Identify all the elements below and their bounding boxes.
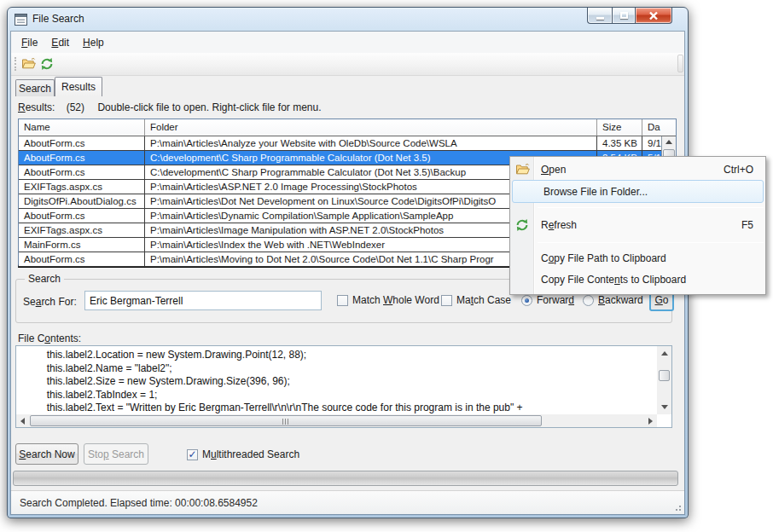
title-bar[interactable]: File Search <box>8 8 688 32</box>
groupbox-title: Search <box>25 273 64 285</box>
menu-item-browse-file-in-folder[interactable]: Browse File in Folder... <box>512 180 764 203</box>
column-header-date[interactable]: Da <box>642 119 662 136</box>
checkbox-icon <box>337 295 348 306</box>
table-row[interactable]: AboutForm.cs P:\main\Articles\Analyze yo… <box>19 136 676 151</box>
table-header: Name Folder Size Da <box>19 119 676 136</box>
column-header-folder[interactable]: Folder <box>145 119 597 136</box>
code-line: this.label2.Size = new System.Drawing.Si… <box>24 375 657 389</box>
menu-edit[interactable]: Edit <box>44 33 76 52</box>
open-folder-icon <box>21 57 36 71</box>
menu-separator <box>538 207 764 208</box>
forward-radio[interactable]: Forward <box>521 294 574 306</box>
menu-item-copy-file-contents[interactable]: Copy File Contents to Clipboard <box>510 269 765 290</box>
column-header-size[interactable]: Size <box>597 119 642 136</box>
results-count: (52) <box>67 101 84 113</box>
progress-bar <box>13 471 678 486</box>
refresh-icon <box>510 218 534 232</box>
stop-search-button[interactable]: Stop Search <box>84 443 148 465</box>
maximize-icon <box>620 12 628 19</box>
toolbar <box>11 53 684 76</box>
menu-help[interactable]: Help <box>76 33 111 52</box>
tab-strip: Search Results <box>11 76 684 96</box>
match-whole-word-checkbox[interactable]: Match Whole Word <box>337 294 439 306</box>
backward-radio[interactable]: Backward <box>583 294 643 306</box>
radio-selected-icon <box>521 295 532 306</box>
app-icon <box>15 14 27 26</box>
context-menu: Open Ctrl+O Browse File in Folder... Ref… <box>509 156 766 295</box>
scrollbar-thumb[interactable] <box>659 370 670 381</box>
menu-item-refresh[interactable]: Refresh F5 <box>510 212 765 238</box>
menu-bar: File Edit Help <box>11 32 684 53</box>
search-input[interactable] <box>84 291 322 310</box>
scroll-right-icon[interactable] <box>648 418 653 425</box>
vertical-scrollbar[interactable] <box>657 346 671 414</box>
code-line: this.label2.Name = "label2"; <box>24 362 657 376</box>
refresh-icon <box>40 57 54 71</box>
file-contents-text: this.label2.Location = new System.Drawin… <box>16 349 657 414</box>
menu-separator <box>538 242 764 243</box>
shortcut-text: Ctrl+O <box>724 164 753 176</box>
status-text: Search Completed. Elapsed time: 00:00:08… <box>20 497 258 509</box>
close-icon <box>648 11 659 20</box>
search-now-button[interactable]: Search Now <box>15 443 78 465</box>
maximize-button[interactable] <box>612 8 635 24</box>
scrollbar-thumb[interactable] <box>30 415 542 426</box>
search-for-label: Search For: <box>23 296 77 308</box>
scroll-up-icon[interactable] <box>665 140 672 144</box>
code-line: this.label2.TabIndex = 1; <box>24 389 657 402</box>
thumb-grip-icon <box>282 419 289 425</box>
checkbox-icon <box>441 295 452 306</box>
file-contents-box[interactable]: this.label2.Location = new System.Drawin… <box>15 345 672 428</box>
caption-buttons <box>587 8 672 24</box>
window-title: File Search <box>32 13 84 25</box>
scroll-up-icon[interactable] <box>661 351 668 356</box>
minimize-button[interactable] <box>587 8 612 24</box>
toolbar-grip[interactable] <box>15 57 17 71</box>
multithreaded-search-checkbox[interactable]: ✓ Multithreaded Search <box>187 448 299 460</box>
results-label: Results: <box>18 101 55 113</box>
minimize-icon <box>596 17 604 20</box>
menu-item-open[interactable]: Open Ctrl+O <box>510 159 765 180</box>
file-contents-label: File Contents: <box>18 332 81 344</box>
scroll-down-icon[interactable] <box>661 405 668 409</box>
open-file-button[interactable] <box>21 57 37 72</box>
close-button[interactable] <box>635 8 672 24</box>
checkbox-checked-icon: ✓ <box>187 449 198 460</box>
open-folder-icon <box>510 163 534 176</box>
radio-icon <box>583 295 594 306</box>
code-line: this.label2.Text = "Written by Eric Berg… <box>24 402 657 414</box>
column-header-name[interactable]: Name <box>19 119 145 136</box>
horizontal-scrollbar[interactable] <box>16 414 657 427</box>
tab-results[interactable]: Results <box>55 77 102 96</box>
code-line: this.label2.Location = new System.Drawin… <box>24 349 657 362</box>
match-case-checkbox[interactable]: Match Case <box>441 294 511 306</box>
resize-grip-icon[interactable] <box>673 503 682 512</box>
menu-file[interactable]: File <box>15 33 44 52</box>
refresh-button[interactable] <box>40 57 55 72</box>
results-info: Results: (52) Double-click file to open.… <box>18 101 322 113</box>
scroll-left-icon[interactable] <box>20 418 25 425</box>
shortcut-text: F5 <box>741 219 753 231</box>
desktop: File Search File Edit Help <box>0 0 773 532</box>
menu-item-copy-file-path[interactable]: Copy File Path to Clipboard <box>510 247 765 269</box>
status-bar: Search Completed. Elapsed time: 00:00:08… <box>11 490 684 514</box>
toolbar-overflow-handle[interactable] <box>677 55 683 72</box>
results-note: Double-click file to open. Right-click f… <box>97 101 321 113</box>
tab-search[interactable]: Search <box>15 79 55 96</box>
